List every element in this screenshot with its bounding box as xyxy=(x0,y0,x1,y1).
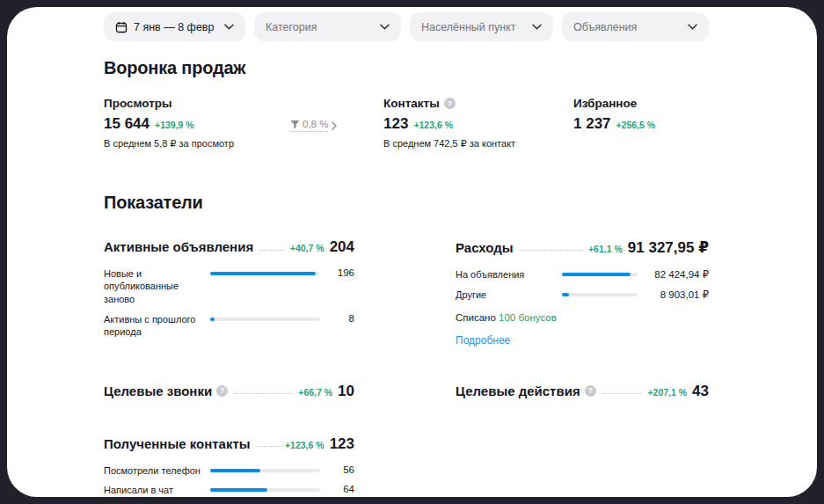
help-icon[interactable]: ? xyxy=(216,385,228,397)
metric-views-trend: +139,9 % xyxy=(155,120,194,130)
stat-row: Активны с прошлого периода 8 xyxy=(104,313,354,339)
funnel-metrics: Просмотры 15 644 +139,9 % В среднем 5,8 … xyxy=(104,97,709,150)
bonus-note-prefix: Списано xyxy=(456,312,496,323)
filter-bar: 7 янв — 8 февр Категория Населённый пунк… xyxy=(104,12,709,41)
ads-filter-label: Объявления xyxy=(573,21,637,33)
stat-row-label: Написали в чат xyxy=(104,484,202,496)
stat-row: На объявления 82 424,94 ₽ xyxy=(456,268,709,281)
target-actions-title: Целевые действия xyxy=(456,383,580,398)
stat-row-value: 82 424,94 ₽ xyxy=(645,268,709,281)
chevron-right-icon xyxy=(332,121,337,130)
metric-favorites: Избранное 1 237 +256,5 % xyxy=(573,97,709,133)
target-actions-trend: +207,1 % xyxy=(647,387,687,398)
date-range-filter[interactable]: 7 янв — 8 февр xyxy=(104,12,245,41)
metric-contacts: Контакты ? 123 +123,6 % В среднем 742,5 … xyxy=(383,97,573,150)
ads-filter[interactable]: Объявления xyxy=(562,12,709,41)
received-contacts-title: Полученные контакты xyxy=(104,436,251,451)
active-ads-trend: +40,7 % xyxy=(290,243,324,253)
received-contacts-total: 123 xyxy=(330,435,354,453)
indicators-section-title: Показатели xyxy=(104,193,709,213)
metric-views-title: Просмотры xyxy=(104,97,290,110)
stat-row: Посмотрели телефон 56 xyxy=(104,464,354,477)
bar-fill xyxy=(210,469,260,472)
target-calls-title: Целевые звонки xyxy=(104,383,212,398)
target-actions-total: 43 xyxy=(692,383,709,400)
metric-views-value: 15 644 xyxy=(104,115,149,133)
bar-fill xyxy=(562,293,569,296)
stat-row: Новые и опубликованные заново 196 xyxy=(104,267,354,305)
date-range-label: 7 янв — 8 февр xyxy=(134,21,214,33)
bar-track xyxy=(562,293,638,296)
stat-row-value: 64 xyxy=(328,484,354,494)
active-ads-total: 204 xyxy=(330,238,354,256)
bar-fill xyxy=(210,272,316,275)
help-icon[interactable]: ? xyxy=(585,385,596,397)
bar-fill xyxy=(562,273,631,276)
funnel-section-title: Воронка продаж xyxy=(104,58,709,78)
metric-contacts-value: 123 xyxy=(383,115,408,133)
metric-favorites-title: Избранное xyxy=(573,97,709,110)
bar-track xyxy=(210,488,320,492)
calendar-icon xyxy=(115,21,128,33)
indicators-grid: Активные объявления +40,7 % 204 Новые и … xyxy=(104,238,709,497)
bar-track xyxy=(210,318,320,321)
bar-track xyxy=(210,469,320,472)
stat-row-value: 196 xyxy=(328,267,354,278)
dotted-leader xyxy=(234,393,292,394)
stat-row-value: 8 xyxy=(328,313,354,324)
bar-track xyxy=(210,272,320,275)
metric-favorites-trend: +256,5 % xyxy=(616,120,656,130)
bonus-link[interactable]: 100 бонусов xyxy=(499,312,557,323)
stat-row: Другие 8 903,01 ₽ xyxy=(456,289,709,301)
metric-views: Просмотры 15 644 +139,9 % В среднем 5,8 … xyxy=(104,97,290,150)
stat-block-expenses: Расходы +61,1 % 91 327,95 ₽ На объявлени… xyxy=(456,238,709,347)
location-filter-label: Населённый пункт xyxy=(421,21,516,33)
category-filter[interactable]: Категория xyxy=(254,12,401,41)
bar-track xyxy=(562,273,638,276)
expenses-total: 91 327,95 ₽ xyxy=(628,238,709,257)
target-calls-trend: +66,7 % xyxy=(298,387,332,398)
details-link[interactable]: Подробнее xyxy=(456,334,510,347)
chevron-down-icon xyxy=(224,24,234,30)
stat-row: Написали в чат 64 xyxy=(104,484,354,496)
expenses-title: Расходы xyxy=(456,240,514,255)
chevron-down-icon xyxy=(380,24,390,30)
stat-block-active-ads: Активные объявления +40,7 % 204 Новые и … xyxy=(104,238,354,338)
location-filter[interactable]: Населённый пункт xyxy=(410,12,553,41)
stat-block-target-actions: Целевые действия ? +207,1 % 43 xyxy=(456,383,709,400)
stat-row-value: 8 903,01 ₽ xyxy=(645,289,709,301)
stat-row-label: На объявления xyxy=(456,268,554,281)
metric-favorites-value: 1 237 xyxy=(573,115,611,133)
stat-row-label: Новые и опубликованные заново xyxy=(104,267,202,305)
stat-block-received-contacts: Полученные контакты +123,6 % 123 Посмотр… xyxy=(104,435,354,497)
chevron-down-icon xyxy=(532,24,542,30)
chevron-down-icon xyxy=(688,24,697,30)
stat-row-label: Посмотрели телефон xyxy=(104,464,202,477)
metric-contacts-trend: +123,6 % xyxy=(413,120,453,130)
received-contacts-trend: +123,6 % xyxy=(285,440,324,450)
conversion-value: 0,8 % xyxy=(303,119,328,129)
analytics-card: 7 янв — 8 февр Категория Населённый пунк… xyxy=(7,7,817,497)
target-calls-total: 10 xyxy=(338,383,354,400)
metric-views-sub: В среднем 5,8 ₽ за просмотр xyxy=(104,138,290,150)
dotted-leader xyxy=(602,393,642,394)
bar-fill xyxy=(210,488,267,492)
dotted-leader xyxy=(257,446,279,447)
funnel-icon xyxy=(290,120,300,129)
stat-row-value: 56 xyxy=(328,464,354,475)
active-ads-title: Активные объявления xyxy=(104,239,253,254)
help-icon[interactable]: ? xyxy=(444,98,456,109)
conversion-badge[interactable]: 0,8 % xyxy=(290,119,383,132)
metric-contacts-title: Контакты xyxy=(383,97,440,110)
expenses-trend: +61,1 % xyxy=(588,244,623,254)
stat-row-label: Активны с прошлого периода xyxy=(104,313,202,339)
metric-contacts-sub: В среднем 742,5 ₽ за контакт xyxy=(383,138,573,150)
dotted-leader xyxy=(259,250,284,251)
stat-row-label: Другие xyxy=(456,289,554,301)
dotted-leader xyxy=(520,250,582,251)
stat-block-target-calls: Целевые звонки ? +66,7 % 10 xyxy=(104,383,354,400)
category-filter-label: Категория xyxy=(266,21,317,33)
dashboard-page: 7 янв — 8 февр Категория Населённый пунк… xyxy=(0,0,824,504)
bonus-note: Списано 100 бонусов xyxy=(456,312,709,323)
bar-fill xyxy=(210,318,215,321)
